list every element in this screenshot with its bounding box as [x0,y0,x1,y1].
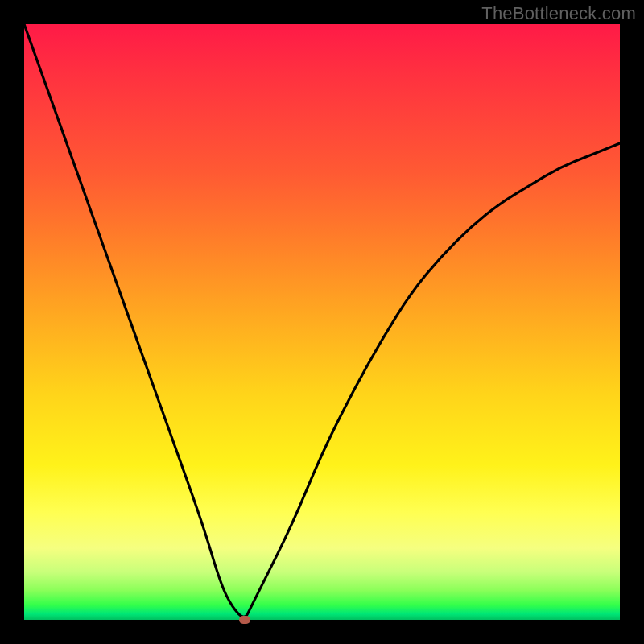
chart-frame: TheBottleneck.com [0,0,644,644]
optimal-point-marker [239,616,250,624]
bottleneck-curve [24,24,620,617]
plot-area [24,24,620,620]
attribution-label: TheBottleneck.com [481,3,636,24]
curve-layer [24,24,620,620]
